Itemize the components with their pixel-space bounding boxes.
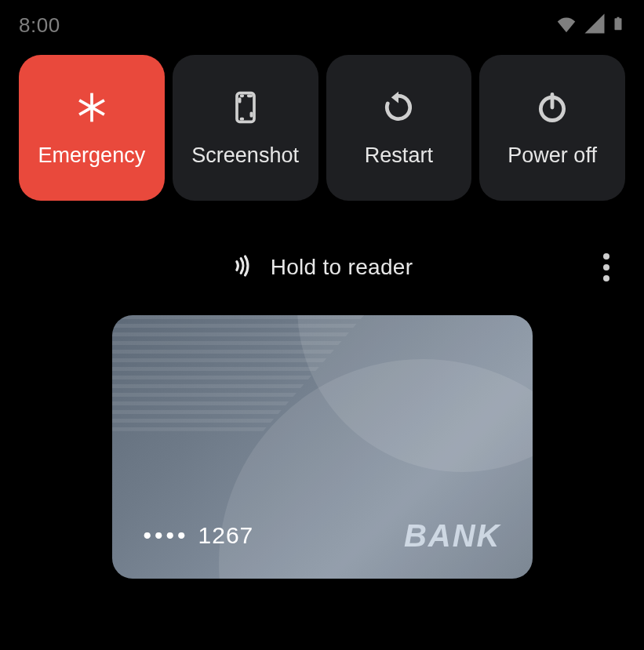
battery-icon — [611, 12, 625, 38]
wallet-header-label: Hold to reader — [271, 255, 413, 280]
emergency-button[interactable]: Emergency — [19, 55, 165, 201]
wallet-section: Hold to reader •••• 1267 BANK — [0, 249, 644, 579]
wifi-icon — [555, 12, 578, 38]
screenshot-button[interactable]: Screenshot — [173, 55, 318, 201]
power-off-button[interactable]: Power off — [479, 55, 625, 201]
wallet-title: Hold to reader — [231, 253, 413, 281]
card-carousel[interactable]: •••• 1267 BANK — [19, 315, 625, 579]
card-decor — [112, 315, 365, 431]
tile-label: Restart — [365, 143, 433, 168]
wallet-header: Hold to reader — [19, 249, 625, 285]
power-icon — [533, 89, 571, 126]
status-time: 8:00 — [19, 13, 60, 38]
power-menu: Emergency Screenshot Restart Power off — [0, 44, 644, 201]
payment-card[interactable]: •••• 1267 BANK — [112, 315, 533, 579]
card-issuer: BANK — [404, 518, 501, 554]
screenshot-icon — [227, 89, 264, 126]
card-last4-digits: 1267 — [198, 522, 254, 549]
wallet-more-button[interactable] — [591, 252, 622, 283]
svg-rect-0 — [237, 93, 254, 122]
cellular-icon — [583, 12, 606, 38]
restart-button[interactable]: Restart — [326, 55, 472, 201]
status-bar: 8:00 — [0, 0, 644, 44]
tile-label: Screenshot — [191, 143, 299, 168]
more-vert-icon — [603, 253, 609, 281]
tile-label: Power off — [508, 143, 597, 168]
contactless-icon — [231, 253, 257, 281]
card-number: •••• 1267 — [144, 522, 254, 549]
status-icons — [555, 12, 625, 38]
tile-label: Emergency — [38, 143, 146, 168]
asterisk-icon — [73, 89, 111, 126]
restart-icon — [380, 89, 417, 126]
card-mask: •••• — [144, 522, 189, 549]
